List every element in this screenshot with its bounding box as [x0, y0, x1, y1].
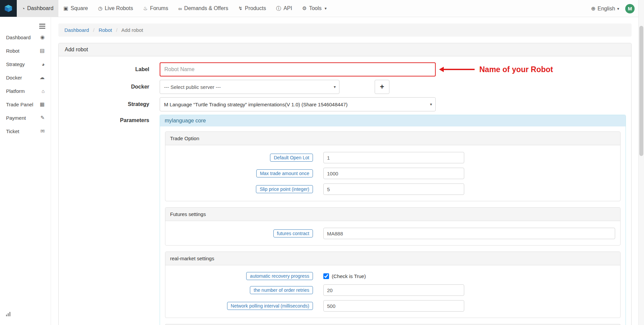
top-navbar: ◔ Dashboard ▣ Square ◷ Live Robots ♨ For…	[0, 0, 644, 17]
cube-logo-icon	[4, 4, 13, 13]
sidebar-label-strategy: Strategy	[6, 61, 25, 67]
sidebar-item-platform[interactable]: Platform ⌂	[0, 84, 51, 98]
futures-contract-input[interactable]	[323, 228, 615, 239]
info-icon: ⓘ	[276, 5, 281, 12]
bank-icon: ⌂	[42, 88, 45, 94]
user-avatar[interactable]: M	[625, 4, 635, 13]
max-trade-amount-input[interactable]	[323, 168, 464, 179]
lightning-icon: ↯	[238, 5, 243, 11]
sidebar-toggle-icon[interactable]	[39, 24, 45, 30]
order-retries-input[interactable]	[323, 284, 464, 296]
param-label-order-retries[interactable]: the number of order retries	[250, 286, 313, 294]
sidebar-item-trade-panel[interactable]: Trade Panel ▦	[0, 98, 51, 111]
param-row: automatic recovery progress (Check is Tr…	[165, 272, 615, 280]
sidebar-item-payment[interactable]: Payment ✎	[0, 111, 51, 124]
dashboard-icon: ◉	[40, 34, 45, 40]
param-row: Network polling interval (milliseconds)	[165, 300, 615, 312]
docker-row: Docker --- Select public server --- ▾ +	[65, 80, 625, 94]
section-real-market-settings: real-market settings automatic recovery …	[165, 252, 621, 318]
breadcrumb-separator: /	[93, 27, 95, 33]
page-scrollbar[interactable]	[638, 0, 644, 325]
strategy-row: Strategy M Language “Turtle Trading stra…	[65, 97, 625, 111]
sidebar-label-trade-panel: Trade Panel	[6, 102, 33, 107]
section-futures-settings: Futures settings futures contract	[165, 207, 621, 246]
breadcrumb-link-dashboard[interactable]: Dashboard	[64, 27, 89, 33]
breadcrumb-current: Add robot	[121, 27, 143, 33]
param-row: the number of order retries	[165, 284, 615, 296]
panel-title: Add robot	[59, 43, 631, 56]
parameters-caption: Parameters	[65, 115, 149, 123]
sidebar-label-platform: Platform	[6, 88, 25, 94]
docker-select[interactable]: --- Select public server ---	[160, 80, 339, 94]
param-label-automatic-recovery[interactable]: automatic recovery progress	[246, 272, 313, 280]
nav-item-forums[interactable]: ♨ Forums	[138, 0, 173, 17]
strategy-icon: ◕	[42, 61, 45, 67]
add-docker-button[interactable]: +	[375, 80, 389, 94]
main-nav: ◔ Dashboard ▣ Square ◷ Live Robots ♨ For…	[17, 0, 332, 17]
shop-icon: ▣	[63, 5, 68, 11]
add-robot-form: Label Name of your Robot Docker --- Sele…	[59, 56, 631, 325]
param-label-futures-contract[interactable]: futures contract	[273, 229, 313, 237]
default-open-lot-input[interactable]	[323, 152, 464, 163]
nav-label-dashboard: Dashboard	[27, 5, 53, 11]
label-caption: Label	[65, 66, 149, 72]
navbar-right: ⊕ English ▾ M	[591, 0, 635, 17]
tools-icon: ⚙	[302, 5, 307, 11]
breadcrumb-link-robot[interactable]: Robot	[99, 27, 112, 33]
language-label: English	[597, 6, 615, 12]
nav-label-forums: Forums	[150, 5, 168, 11]
param-label-max-trade-amount[interactable]: Max trade amount once	[256, 169, 313, 177]
nav-label-tools: Tools	[309, 5, 321, 11]
param-label-slip-price-point[interactable]: Slip price point (integer)	[256, 185, 313, 193]
nav-label-live-robots: Live Robots	[105, 5, 133, 11]
parameters-group-title[interactable]: mylanguage core	[160, 115, 626, 126]
scrollbar-thumb[interactable]	[639, 26, 643, 156]
sidebar-item-ticket[interactable]: Ticket ✉	[0, 124, 51, 138]
handshake-icon: ∞	[178, 6, 182, 11]
parameters-panel: mylanguage core Trade Option Default Ope…	[160, 115, 626, 325]
param-label-network-polling-interval[interactable]: Network polling interval (milliseconds)	[227, 302, 313, 310]
nav-item-api[interactable]: ⓘ API	[271, 0, 297, 17]
caret-down-icon: ▾	[617, 6, 619, 11]
docker-caption: Docker	[65, 84, 149, 90]
nav-item-square[interactable]: ▣ Square	[58, 0, 93, 17]
section-title: Trade Option	[165, 132, 620, 145]
slip-price-point-input[interactable]	[323, 183, 464, 195]
globe-icon: ⊕	[591, 5, 595, 12]
sidebar-label-payment: Payment	[6, 115, 26, 121]
brand-logo[interactable]	[0, 0, 17, 17]
tachometer-icon: ◔	[22, 6, 25, 11]
section-title: Futures settings	[165, 208, 620, 221]
cloud-icon: ☁	[40, 74, 45, 80]
network-polling-interval-input[interactable]	[323, 300, 464, 312]
param-label-default-open-lot[interactable]: Default Open Lot	[270, 154, 313, 162]
automatic-recovery-checkbox[interactable]	[323, 273, 329, 279]
nav-label-products: Products	[245, 5, 266, 11]
sidebar-label-dashboard: Dashboard	[6, 35, 31, 40]
nav-item-live-robots[interactable]: ◷ Live Robots	[93, 0, 138, 17]
sidebar-item-robot[interactable]: Robot ▤	[0, 44, 51, 57]
sidebar-item-strategy[interactable]: Strategy ◕	[0, 57, 51, 71]
sidebar-label-ticket: Ticket	[6, 128, 19, 134]
breadcrumb: Dashboard / Robot / Add robot	[58, 23, 632, 37]
label-row: Label Name of your Robot	[65, 62, 625, 76]
param-row: Default Open Lot	[165, 152, 615, 163]
strategy-select[interactable]: M Language “Turtle Trading strategy” imp…	[160, 97, 436, 111]
breadcrumb-separator: /	[116, 27, 117, 33]
nav-label-demands-offers: Demands & Offers	[184, 5, 228, 11]
nav-item-demands-offers[interactable]: ∞ Demands & Offers	[173, 0, 233, 17]
parameters-body: Trade Option Default Open Lot	[160, 126, 626, 325]
sidebar-item-dashboard[interactable]: Dashboard ◉	[0, 31, 51, 44]
annotation-text: Name of your Robot	[479, 65, 553, 74]
nav-item-tools[interactable]: ⚙ Tools ▾	[297, 0, 332, 17]
robot-name-input[interactable]	[160, 62, 436, 76]
language-selector[interactable]: ⊕ English ▾	[591, 5, 619, 12]
nav-label-api: API	[283, 5, 292, 11]
sidebar-item-docker[interactable]: Docker ☁	[0, 71, 51, 84]
param-row: Slip price point (integer)	[165, 183, 615, 195]
checkbox-note: (Check is True)	[332, 273, 366, 279]
ticket-comment-icon: ✉	[40, 128, 45, 134]
nav-item-products[interactable]: ↯ Products	[233, 0, 271, 17]
clock-icon: ◷	[98, 5, 102, 11]
nav-item-dashboard[interactable]: ◔ Dashboard	[17, 0, 58, 17]
